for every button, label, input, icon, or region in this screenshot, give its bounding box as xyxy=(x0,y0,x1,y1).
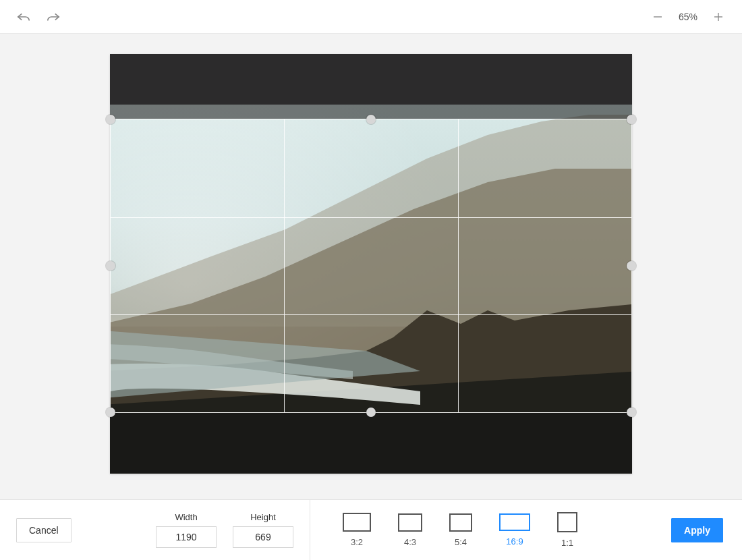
undo-icon xyxy=(15,9,32,24)
ratio-box-icon xyxy=(398,513,422,532)
crop-handle-tr[interactable] xyxy=(627,115,636,124)
redo-button[interactable] xyxy=(45,8,62,26)
width-input[interactable] xyxy=(156,526,217,548)
crop-handle-tl[interactable] xyxy=(106,115,115,124)
crop-handle-br[interactable] xyxy=(627,408,636,417)
zoom-level: 65% xyxy=(679,11,697,22)
ratio-label: 5:4 xyxy=(455,537,467,547)
ratio-box-icon xyxy=(449,513,472,532)
crop-handle-bc[interactable] xyxy=(366,408,376,417)
crop-handle-mr[interactable] xyxy=(627,261,636,271)
image-preview[interactable] xyxy=(110,54,632,474)
crop-dim-top xyxy=(110,54,632,119)
crop-grid-line xyxy=(458,119,459,412)
ratio-box-icon xyxy=(557,512,577,532)
crop-grid-line xyxy=(284,119,285,412)
ratio-box-icon xyxy=(499,513,530,531)
aspect-ratio-4-3[interactable]: 4:3 xyxy=(398,513,422,547)
dimension-inputs: Width Height xyxy=(156,512,293,548)
crop-handle-ml[interactable] xyxy=(106,261,115,271)
redo-icon xyxy=(45,9,62,24)
minus-icon xyxy=(652,11,664,23)
aspect-ratio-list: 3:24:35:416:91:1 xyxy=(310,500,661,560)
editor-canvas xyxy=(0,34,742,499)
height-field: Height xyxy=(233,512,293,548)
height-input[interactable] xyxy=(233,526,293,548)
zoom-controls: 65% xyxy=(649,8,727,26)
ratio-box-icon xyxy=(343,513,371,532)
plus-icon xyxy=(712,11,724,23)
ratio-label: 16:9 xyxy=(506,536,523,547)
aspect-ratio-3-2[interactable]: 3:2 xyxy=(343,513,371,547)
width-field: Width xyxy=(156,512,217,548)
height-label: Height xyxy=(250,512,276,522)
crop-toolbar-right: Apply xyxy=(661,500,742,560)
history-controls xyxy=(15,8,62,26)
crop-handle-bl[interactable] xyxy=(106,408,115,417)
aspect-ratio-16-9[interactable]: 16:9 xyxy=(499,513,530,547)
crop-handle-tc[interactable] xyxy=(366,115,376,124)
aspect-ratio-5-4[interactable]: 5:4 xyxy=(449,513,472,547)
ratio-label: 4:3 xyxy=(404,537,416,547)
cancel-button[interactable]: Cancel xyxy=(16,518,72,542)
apply-button[interactable]: Apply xyxy=(671,518,723,542)
undo-button[interactable] xyxy=(15,8,32,26)
crop-rectangle[interactable] xyxy=(110,119,632,412)
ratio-label: 3:2 xyxy=(351,537,363,547)
top-toolbar: 65% xyxy=(0,0,742,34)
zoom-in-button[interactable] xyxy=(710,8,727,26)
crop-toolbar: Cancel Width Height 3:24:35:416:91:1 App… xyxy=(0,499,742,560)
width-label: Width xyxy=(175,512,197,522)
zoom-out-button[interactable] xyxy=(649,8,666,26)
crop-grid-line xyxy=(111,217,631,218)
crop-grid-line xyxy=(111,314,631,315)
aspect-ratio-1-1[interactable]: 1:1 xyxy=(557,512,577,548)
crop-toolbar-left: Cancel Width Height xyxy=(0,500,310,560)
ratio-label: 1:1 xyxy=(561,538,573,548)
crop-dim-bottom xyxy=(110,413,632,474)
